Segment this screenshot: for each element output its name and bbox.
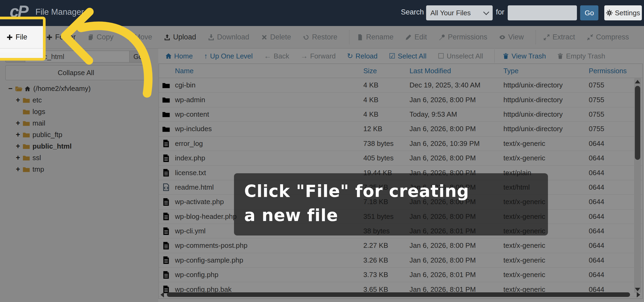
spotlight-file-button-face[interactable]: File — [0, 26, 43, 49]
nav-button-unselect-all[interactable]: ☐Unselect All — [438, 52, 483, 60]
tree-toggle[interactable]: + — [14, 154, 22, 162]
toolbar-button-download[interactable]: Download — [208, 33, 249, 41]
nav-button-label: View Trash — [511, 52, 546, 60]
upload-icon — [164, 34, 170, 40]
toolbar-icon-wrap — [405, 34, 412, 40]
table-row[interactable]: index.php405 bytesJan 6, 2026, 8:00 PMte… — [159, 151, 642, 165]
tree-toggle[interactable]: + — [14, 96, 22, 104]
nav-button-label: Empty Trash — [566, 52, 605, 60]
chevron-down-icon — [483, 9, 489, 15]
column-header-name[interactable]: Name — [175, 67, 363, 75]
column-header-permissions[interactable]: Permissions — [589, 67, 629, 75]
row-permissions: 0755 — [589, 125, 629, 133]
row-name: wp-comments-post.php — [175, 241, 363, 250]
tutorial-tooltip: Click "File" for creating a new file — [234, 173, 548, 235]
tree-toggle[interactable]: − — [6, 84, 14, 93]
nav-button-home[interactable]: Home — [165, 52, 193, 60]
toolbar-button-label: Restore — [312, 33, 338, 41]
horizontal-scrollbar-thumb[interactable] — [167, 292, 630, 297]
toolbar-button-delete[interactable]: Delete — [261, 33, 291, 41]
vertical-scrollbar-thumb[interactable] — [635, 86, 640, 160]
row-size: 738 bytes — [363, 139, 409, 148]
search-input[interactable] — [508, 5, 577, 20]
scroll-down-icon[interactable] — [635, 288, 640, 291]
nav-button-forward[interactable]: →Forward — [301, 52, 336, 60]
row-type: text/x-generic — [503, 271, 589, 279]
tree-toggle[interactable]: + — [14, 165, 22, 174]
scroll-left-icon[interactable] — [160, 292, 164, 297]
toolbar-button-restore[interactable]: Restore — [303, 33, 338, 41]
row-name: wp-includes — [175, 125, 363, 133]
delete-x-icon — [261, 34, 268, 40]
toolbar-button-label: Permissions — [448, 33, 487, 41]
table-row[interactable]: wp-admin4 KBJan 6, 2026, 8:00 PMhttpd/un… — [159, 93, 642, 107]
nav-button-select-all[interactable]: ☑Select All — [389, 52, 426, 60]
settings-button[interactable]: Settings — [604, 5, 642, 20]
tree-folder-icon-wrap — [15, 86, 23, 92]
row-size: 3.26 KB — [363, 256, 409, 264]
table-row[interactable]: wp-config-sample.php3.26 KBJan 6, 2026, … — [159, 253, 642, 268]
tree-item-logs[interactable]: logs — [0, 106, 158, 117]
toolbar-button-edit[interactable]: Edit — [405, 33, 427, 41]
search-go-button[interactable]: Go — [580, 5, 598, 20]
toolbar-button-upload[interactable]: Upload — [164, 33, 196, 41]
tree-item-public-html[interactable]: +public_html — [0, 141, 158, 152]
toolbar-button-extract[interactable]: Extract — [543, 33, 575, 41]
table-row[interactable]: wp-config.php3.73 KBJan 6, 2026, 8:01 PM… — [159, 268, 642, 282]
tree-folder-icon-wrap — [23, 132, 30, 138]
spotlight-file-button[interactable]: File — [0, 17, 46, 61]
nav-button-view-trash[interactable]: View Trash — [503, 52, 546, 60]
scroll-up-icon[interactable] — [635, 80, 640, 83]
nav-button-empty-trash[interactable]: Empty Trash — [557, 52, 605, 60]
gear-icon — [606, 10, 613, 16]
tree-folder-icon-wrap — [23, 166, 30, 172]
folder-icon — [23, 109, 30, 115]
tree-item-ssl[interactable]: +ssl — [0, 152, 158, 164]
toolbar-button-move[interactable]: Move — [125, 33, 152, 41]
download-icon — [208, 34, 214, 40]
settings-label: Settings — [615, 9, 640, 17]
tree-item-mail[interactable]: +mail — [0, 117, 158, 129]
collapse-all-button[interactable]: Collapse All — [5, 65, 147, 80]
toolbar-button-view[interactable]: View — [499, 33, 524, 41]
row-name: index.php — [175, 154, 363, 162]
tree-toggle[interactable]: + — [14, 142, 22, 150]
table-row[interactable]: cgi-bin4 KBDec 19, 2025, 3:40 AMhttpd/un… — [159, 78, 642, 93]
tree-item-label: mail — [32, 119, 45, 127]
table-row[interactable]: wp-includes12 KBJan 6, 2026, 8:00 PMhttp… — [159, 122, 642, 136]
row-icon-wrap — [162, 110, 175, 119]
tree-toggle[interactable]: + — [14, 131, 22, 139]
tree-toggle[interactable]: + — [14, 119, 22, 127]
folder-icon — [23, 97, 30, 103]
tree-item-etc[interactable]: +etc — [0, 94, 158, 106]
row-icon-wrap — [162, 183, 175, 191]
horizontal-scrollbar[interactable] — [159, 292, 633, 298]
row-modified: Jan 6, 2026, 8:00 PM — [409, 154, 503, 162]
folder-icon — [23, 132, 30, 138]
column-header-last-modified[interactable]: Last Modified — [409, 67, 503, 75]
column-header-type[interactable]: Type — [503, 67, 589, 75]
row-modified: Jan 6, 2026, 8:00 PM — [409, 96, 503, 104]
nav-button-back[interactable]: ←Back — [264, 52, 289, 60]
table-row[interactable]: error_log738 bytesJan 6, 2026, 10:39 PMt… — [159, 137, 642, 151]
path-go-button[interactable]: Go — [129, 51, 147, 62]
toolbar-button-permissions[interactable]: Permissions — [439, 33, 487, 41]
toolbar-button-copy[interactable]: Copy — [87, 33, 114, 41]
toolbar-button-compress[interactable]: Compress — [587, 33, 629, 41]
nav-button-label: Forward — [310, 52, 336, 60]
vertical-scrollbar[interactable] — [634, 78, 641, 293]
nav-button-reload[interactable]: ↻Reload — [347, 52, 378, 60]
toolbar-button-folder[interactable]: Folder — [46, 33, 76, 41]
tree-item-label: tmp — [32, 165, 44, 174]
tree-item-home2-xfvleamy[interactable]: −(/home2/xfvleamy) — [0, 83, 158, 94]
toolbar-button-rename[interactable]: Rename — [357, 33, 393, 41]
nav-button-up-one-level[interactable]: ↑Up One Level — [204, 52, 253, 60]
table-row[interactable]: wp-content4 KBToday, 9:53 AMhttpd/unix-d… — [159, 107, 642, 122]
scroll-right-icon[interactable] — [637, 292, 640, 297]
table-row[interactable]: wp-comments-post.php2.27 KBJan 6, 2026, … — [159, 238, 642, 253]
column-header-size[interactable]: Size — [363, 67, 409, 75]
row-modified: Jan 6, 2026, 10:39 PM — [409, 139, 503, 148]
tree-item-public-ftp[interactable]: +public_ftp — [0, 129, 158, 141]
tree-item-tmp[interactable]: +tmp — [0, 164, 158, 175]
search-scope-select[interactable]: All Your Files — [426, 5, 493, 20]
